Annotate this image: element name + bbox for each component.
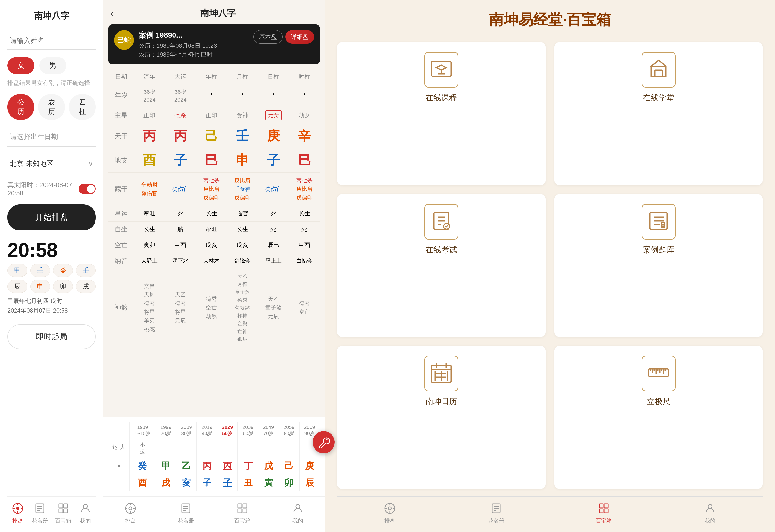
td-dz-r: 子 xyxy=(258,148,289,173)
td-kw-ly: 寅卯 xyxy=(134,237,165,253)
stem-gui: 癸 xyxy=(53,264,73,277)
mid-nav-label-paipan: 排盘 xyxy=(125,517,136,525)
mid-nav-wode[interactable]: 我的 xyxy=(291,502,305,525)
dy-h-2029: 丙 xyxy=(217,457,237,474)
mid-book-icon xyxy=(179,502,193,515)
td-kw-s: 申酉 xyxy=(289,237,320,253)
td-kw-label: 空亡 xyxy=(108,237,134,253)
card-icon-border-2 xyxy=(642,52,676,88)
stem-ren: 壬 xyxy=(30,264,50,277)
svg-point-79 xyxy=(708,504,712,508)
table-row-nianji: 年岁 38岁2024 38岁2024 * * * * xyxy=(108,84,320,107)
cal-btn-nongli[interactable]: 农历 xyxy=(38,94,65,120)
date-select[interactable]: 请选择出生日期 xyxy=(7,127,96,147)
right-title: 南坤易经堂·百宝箱 xyxy=(337,10,763,30)
th-dayun: 大运 xyxy=(165,69,196,84)
right-nav-huamingce[interactable]: 花名册 xyxy=(488,502,504,525)
nav-item-baibaobox[interactable]: 百宝箱 xyxy=(55,502,71,525)
td-xy-y: 临官 xyxy=(227,206,258,221)
back-button[interactable]: ‹ xyxy=(111,8,114,19)
td-dz-dy: 子 xyxy=(165,148,196,173)
td-kw-y: 戌亥 xyxy=(227,237,258,253)
mid-nav-baibaobox[interactable]: 百宝箱 xyxy=(234,502,250,525)
table-row-zhuxing: 主星 正印 七杀 正印 食神 元女 劫财 xyxy=(108,107,320,124)
cal-btn-sizhu[interactable]: 四柱 xyxy=(69,94,96,120)
card-label-6: 立极尺 xyxy=(647,396,670,407)
name-input[interactable] xyxy=(7,32,96,50)
dy-2059-year: 205980岁 xyxy=(279,422,299,439)
mid-nav-huamingce[interactable]: 花名册 xyxy=(178,502,194,525)
td-kw-n: 戌亥 xyxy=(196,237,227,253)
td-xy-ly: 帝旺 xyxy=(134,206,165,221)
td-zz-y: 长生 xyxy=(227,221,258,237)
nav-label-baibaobox: 百宝箱 xyxy=(55,517,71,525)
start-button[interactable]: 开始排盘 xyxy=(7,204,96,230)
case-card: 巳蛇 案例 19890... 公历：1989年08月08日 10:23 农历：1… xyxy=(108,24,320,64)
nav-item-wode[interactable]: 我的 xyxy=(78,502,92,525)
dayun-main-label: 大运 xyxy=(108,422,130,457)
basic-tab[interactable]: 基本盘 xyxy=(253,30,282,44)
dayun-earthly-row: 酉 戌 亥 子 子 丑 寅 卯 辰 xyxy=(108,474,320,491)
card-calendar[interactable]: 南坤日历 xyxy=(337,346,546,489)
dayun-label-row: 小运 xyxy=(108,439,320,457)
time-detail1: 甲辰年七月初四 戌时 xyxy=(7,297,96,305)
svg-rect-76 xyxy=(604,504,608,508)
td-dz-ly: 酉 xyxy=(134,148,165,173)
case-info: 案例 19890... 公历：1989年08月08日 10:23 农历：1989… xyxy=(139,30,248,59)
location-row[interactable]: 北京-未知地区 ∨ xyxy=(7,154,96,173)
dy-e-2049: 寅 xyxy=(258,474,278,491)
td-ss-r: 天乙童子煞元辰 xyxy=(258,269,289,347)
td-cg-label: 藏干 xyxy=(108,173,134,206)
th-yue: 月柱 xyxy=(227,69,258,84)
right-nav-paipan[interactable]: 排盘 xyxy=(383,502,397,525)
right-nav-baibaobox[interactable]: 百宝箱 xyxy=(596,502,612,525)
cal-btn-gongli[interactable]: 公历 xyxy=(7,94,34,120)
card-case-library[interactable]: 案例题库 xyxy=(555,194,763,337)
left-bottom-nav: 排盘 花名册 百宝箱 xyxy=(7,496,96,532)
detail-tab[interactable]: 详细盘 xyxy=(285,30,314,44)
card-online-exam[interactable]: 在线考试 xyxy=(337,194,546,337)
dy-e-1989: 酉 xyxy=(130,474,156,491)
svg-rect-11 xyxy=(64,504,68,508)
td-tg-s: 辛 xyxy=(289,124,320,148)
svg-rect-10 xyxy=(59,504,63,508)
card-ruler[interactable]: 立极尺 xyxy=(555,346,763,489)
float-action-button[interactable] xyxy=(312,431,335,453)
card-icon-border-1 xyxy=(424,52,458,88)
dy-h-2009: 乙 xyxy=(176,457,197,474)
td-nianji-r: * xyxy=(258,84,289,107)
nav-item-huamingce[interactable]: 花名册 xyxy=(32,502,48,525)
dy-e-2059: 卯 xyxy=(279,474,299,491)
dy-h-1989: 癸 xyxy=(130,457,156,474)
td-zz-label: 自坐 xyxy=(108,221,134,237)
mid-nav-paipan[interactable]: 排盘 xyxy=(123,502,137,525)
td-tg-r: 庚 xyxy=(258,124,289,148)
card-online-school[interactable]: 在线学堂 xyxy=(555,42,763,185)
card-label-4: 案例题库 xyxy=(643,244,674,255)
dy-1999-year: 199920岁 xyxy=(155,422,176,439)
svg-rect-78 xyxy=(604,509,608,513)
location-text: 北京-未知地区 xyxy=(10,159,88,168)
dy-2049-year: 204970岁 xyxy=(258,422,278,439)
right-nav-wode[interactable]: 我的 xyxy=(703,502,717,525)
save-toggle[interactable] xyxy=(79,184,96,194)
dy-e-2009: 亥 xyxy=(176,474,197,491)
td-ss-n: 德秀空亡劫煞 xyxy=(196,269,227,347)
gender-row: 女 男 xyxy=(7,57,96,74)
branch-mao: 卯 xyxy=(53,280,73,293)
right-bagua-icon xyxy=(383,502,397,515)
card-online-course[interactable]: 在线课程 xyxy=(337,42,546,185)
left-panel: 南坤八字 女 男 排盘结果男女有别，请正确选择 公历 农历 四柱 请选择出生日期… xyxy=(0,0,103,532)
svg-point-66 xyxy=(389,507,391,510)
solar-row: 真太阳时：2024-08-07 20:58 xyxy=(7,181,96,197)
instant-button[interactable]: 即时起局 xyxy=(7,324,96,349)
mid-user-icon xyxy=(291,502,305,515)
td-xy-dy: 死 xyxy=(165,206,196,221)
female-button[interactable]: 女 xyxy=(7,57,34,74)
nav-item-paipan[interactable]: 排盘 xyxy=(11,502,25,525)
td-ss-s: 德秀空亡 xyxy=(289,269,320,347)
svg-point-29 xyxy=(296,504,300,508)
right-nav-label-bbx: 百宝箱 xyxy=(596,517,612,525)
male-button[interactable]: 男 xyxy=(39,57,66,74)
svg-rect-27 xyxy=(238,509,242,513)
